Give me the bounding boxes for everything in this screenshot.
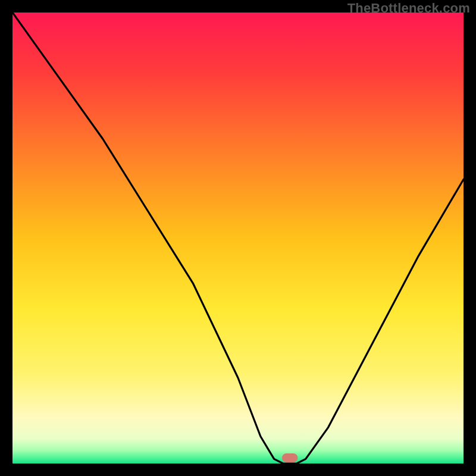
chart-svg bbox=[12, 12, 464, 464]
gradient-background bbox=[12, 12, 464, 464]
watermark-text: TheBottleneck.com bbox=[347, 1, 470, 16]
target-marker bbox=[282, 453, 298, 462]
plot-area bbox=[12, 12, 464, 464]
chart-container: TheBottleneck.com bbox=[0, 0, 476, 476]
